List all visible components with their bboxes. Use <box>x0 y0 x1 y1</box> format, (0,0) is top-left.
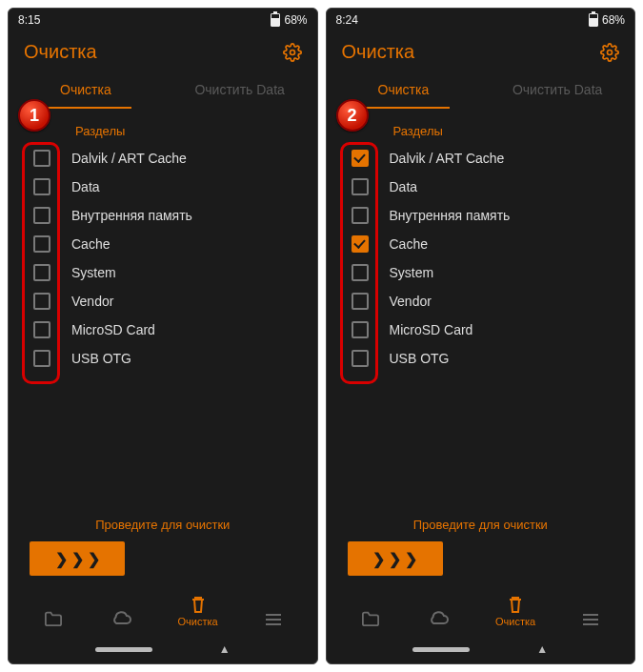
nav-label: Очистка <box>178 616 218 627</box>
tab-clear-data[interactable]: Очистить Data <box>480 72 634 109</box>
checkbox[interactable] <box>33 150 50 167</box>
item-label: Внутренняя память <box>71 208 192 223</box>
checkbox[interactable] <box>352 321 369 338</box>
swipe-button[interactable]: ❯ ❯ ❯ <box>30 541 125 576</box>
nav-files[interactable] <box>360 610 381 627</box>
caret-up-icon[interactable]: ▲ <box>219 642 231 656</box>
checkbox[interactable] <box>33 293 50 310</box>
battery-pct: 68% <box>284 13 307 27</box>
checkbox[interactable] <box>33 350 50 367</box>
item-label: USB OTG <box>390 351 450 366</box>
battery-icon <box>589 13 598 27</box>
home-pill[interactable] <box>95 647 152 652</box>
chevron-right-icon: ❯ <box>389 550 401 568</box>
nav-menu[interactable] <box>581 612 600 627</box>
bottom-nav: Очистка <box>9 589 317 635</box>
item-label: Data <box>71 179 100 194</box>
list-item[interactable]: MicroSD Card <box>348 316 624 344</box>
nav-clean[interactable]: Очистка <box>495 595 535 627</box>
partition-list: Dalvik / ART Cache Data Внутренняя памят… <box>30 144 306 373</box>
list-item[interactable]: System <box>30 258 306 287</box>
item-label: USB OTG <box>71 351 131 366</box>
item-label: System <box>71 265 116 280</box>
list-item[interactable]: MicroSD Card <box>30 316 306 344</box>
list-wrap: Dalvik / ART Cache Data Внутренняя памят… <box>327 144 635 373</box>
swipe-hint: Проведите для очистки <box>9 518 317 541</box>
nav-label: Очистка <box>495 616 535 627</box>
item-label: Dalvik / ART Cache <box>390 151 505 166</box>
chevron-right-icon: ❯ <box>405 550 417 568</box>
status-time: 8:24 <box>336 13 358 27</box>
checkbox[interactable] <box>33 178 50 195</box>
item-label: Vendor <box>390 294 432 309</box>
list-item[interactable]: Внутренняя память <box>348 201 624 230</box>
status-right: 68% <box>589 13 625 27</box>
screen-left: 8:15 68% Очистка Очистка Очистить Data 1… <box>8 8 318 664</box>
list-item[interactable]: Data <box>30 173 306 201</box>
checkbox[interactable] <box>352 293 369 310</box>
list-item[interactable]: Dalvik / ART Cache <box>348 144 624 173</box>
list-item[interactable]: Dalvik / ART Cache <box>30 144 306 173</box>
chevron-right-icon: ❯ <box>55 550 68 568</box>
step-badge: 2 <box>336 99 369 132</box>
tab-clear-data[interactable]: Очистить Data <box>163 72 317 109</box>
item-label: Vendor <box>71 294 113 309</box>
list-wrap: Dalvik / ART Cache Data Внутренняя памят… <box>9 144 317 373</box>
gear-icon[interactable] <box>283 43 302 62</box>
status-bar: 8:15 68% <box>9 9 317 31</box>
header: Очистка <box>9 31 317 69</box>
svg-point-0 <box>290 50 294 54</box>
list-item[interactable]: Vendor <box>348 287 624 316</box>
checkbox[interactable] <box>33 207 50 224</box>
status-right: 68% <box>271 13 307 27</box>
battery-pct: 68% <box>602 13 625 27</box>
gear-icon[interactable] <box>600 43 619 62</box>
partition-list: Dalvik / ART Cache Data Внутренняя памят… <box>348 144 624 373</box>
chevron-right-icon: ❯ <box>372 550 385 568</box>
page-title: Очистка <box>24 41 97 63</box>
item-label: Dalvik / ART Cache <box>71 151 187 166</box>
tabs: Очистка Очистить Data <box>327 69 635 109</box>
item-label: MicroSD Card <box>390 322 473 337</box>
chevron-right-icon: ❯ <box>88 550 100 568</box>
screen-right: 8:24 68% Очистка Очистка Очистить Data 2… <box>326 8 636 664</box>
list-item[interactable]: System <box>348 258 624 287</box>
checkbox[interactable] <box>33 235 50 253</box>
list-item[interactable]: Cache <box>30 230 306 258</box>
list-item[interactable]: USB OTG <box>348 344 624 373</box>
header: Очистка <box>327 31 635 69</box>
checkbox[interactable] <box>33 264 50 281</box>
battery-icon <box>271 13 280 27</box>
page-title: Очистка <box>342 41 415 63</box>
checkbox[interactable] <box>352 350 369 367</box>
list-item[interactable]: Vendor <box>30 287 306 316</box>
nav-cloud[interactable] <box>427 610 450 627</box>
list-item[interactable]: USB OTG <box>30 344 306 373</box>
list-item[interactable]: Внутренняя память <box>30 201 306 230</box>
nav-files[interactable] <box>43 610 64 627</box>
checkbox[interactable] <box>33 321 50 338</box>
checkbox[interactable] <box>352 150 369 167</box>
list-item[interactable]: Cache <box>348 230 624 258</box>
list-item[interactable]: Data <box>348 173 624 201</box>
status-bar: 8:24 68% <box>327 9 635 31</box>
nav-menu[interactable] <box>264 612 283 627</box>
bottom-nav: Очистка <box>327 589 635 635</box>
checkbox[interactable] <box>352 207 369 224</box>
nav-cloud[interactable] <box>110 610 132 627</box>
svg-point-1 <box>608 50 613 54</box>
checkbox[interactable] <box>352 264 369 281</box>
item-label: Cache <box>71 236 110 252</box>
section-label: Разделы <box>9 109 317 144</box>
caret-up-icon[interactable]: ▲ <box>536 642 548 656</box>
nav-clean[interactable]: Очистка <box>178 595 218 627</box>
home-pill[interactable] <box>412 647 470 652</box>
item-label: System <box>390 265 434 280</box>
swipe-button[interactable]: ❯ ❯ ❯ <box>348 541 443 576</box>
chevron-right-icon: ❯ <box>71 550 84 568</box>
checkbox[interactable] <box>352 178 369 195</box>
item-label: Data <box>390 179 418 194</box>
step-badge: 1 <box>18 99 50 132</box>
checkbox[interactable] <box>352 235 369 253</box>
status-time: 8:15 <box>18 13 40 27</box>
